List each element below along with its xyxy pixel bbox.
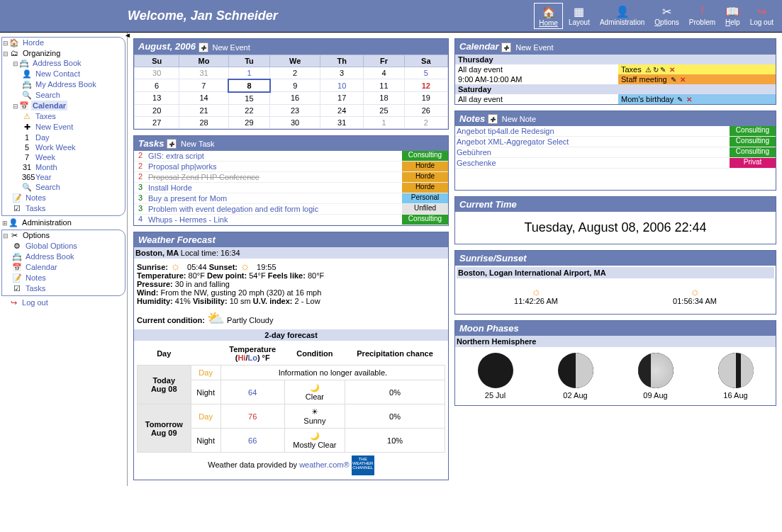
calendar-day[interactable]: 5 (404, 67, 447, 79)
nav-calendar[interactable]: Calendar (31, 101, 67, 111)
nav-opt-ab[interactable]: Address Book (24, 251, 75, 261)
task-link[interactable]: Whups - Hermes - Link (147, 215, 402, 225)
tree-toggle[interactable]: ⊞ (1, 220, 9, 227)
edit-icon[interactable]: ✎ (660, 66, 666, 74)
newnote-icon[interactable]: ✚ (488, 114, 498, 124)
event-title[interactable]: Mom's birthday✎ ✕ (618, 94, 776, 104)
menu-help[interactable]: 📖Help (721, 3, 744, 29)
nav-opt-notes[interactable]: Notes (24, 273, 48, 283)
nav-horde[interactable]: Horde (21, 38, 45, 47)
tree-toggle[interactable]: ⊟ (2, 40, 9, 47)
note-link[interactable]: Gebühren (455, 147, 730, 157)
event-title[interactable]: Taxes⚠↻✎ ✕ (618, 64, 776, 74)
calendar-day[interactable]: 29 (228, 116, 270, 128)
nav-newcontact[interactable]: New Contact (34, 69, 82, 79)
task-link[interactable]: GIS: extra script (147, 151, 402, 161)
calendar-day[interactable]: 21 (179, 104, 228, 116)
nav-globalopts[interactable]: Global Options (24, 241, 79, 251)
menu-admin[interactable]: 👤Administration (596, 3, 649, 29)
calendar-day[interactable]: 30 (135, 67, 179, 79)
nav-organizing[interactable]: Organizing (21, 48, 62, 58)
calendar-day[interactable]: 10 (320, 79, 364, 92)
calendar-day[interactable]: 9 (270, 79, 320, 92)
calendar-day[interactable]: 2 (270, 67, 320, 79)
calendar-day[interactable]: 31 (320, 116, 364, 128)
event-title[interactable]: Staff meeting✎ ✕ (618, 74, 776, 84)
calendar-day[interactable]: 6 (135, 79, 179, 92)
new-task-link[interactable]: New Task (181, 140, 214, 148)
tree-toggle[interactable]: ⊟ (2, 50, 9, 57)
nav-opt-cal[interactable]: Calendar (24, 262, 59, 272)
calendar-day[interactable]: 13 (135, 92, 179, 105)
task-link[interactable]: Install Horde (147, 183, 402, 193)
delete-icon[interactable]: ✕ (669, 66, 675, 74)
nav-month[interactable]: Month (34, 162, 59, 172)
note-link[interactable]: Angebot XML-Aggregator Select (455, 137, 730, 147)
nav-opt-tasks[interactable]: Tasks (24, 283, 47, 293)
task-link[interactable]: Problem with event delegation and edit f… (147, 204, 402, 214)
edit-icon[interactable]: ✎ (677, 96, 683, 103)
sidebar-collapse-icon[interactable]: ◄ (124, 31, 131, 39)
calendar-day[interactable]: 19 (404, 92, 447, 105)
calendar-day[interactable]: 8 (228, 79, 270, 92)
menu-layout[interactable]: ▦Layout (564, 3, 594, 29)
calendar-day[interactable]: 2 (404, 116, 447, 128)
calendar-day[interactable]: 17 (320, 92, 364, 105)
calendar-day[interactable]: 26 (404, 104, 447, 116)
calendar-day[interactable]: 1 (228, 67, 270, 79)
note-link[interactable]: Geschenke (455, 158, 730, 168)
weather-com-link[interactable]: weather.com® (299, 460, 349, 469)
alarm-icon[interactable]: ⚠ (645, 66, 652, 74)
menu-problem[interactable]: !Problem (685, 3, 720, 29)
nav-newevent[interactable]: New Event (34, 122, 74, 132)
task-link[interactable]: Proposal Zend PHP Conference (147, 172, 402, 182)
calendar-day[interactable]: 28 (179, 116, 228, 128)
calendar-day[interactable]: 7 (179, 79, 228, 92)
menu-home[interactable]: 🏠Home (534, 3, 563, 29)
nav-day[interactable]: Day (34, 132, 51, 142)
recur-icon[interactable]: ↻ (653, 66, 659, 74)
nav-admin[interactable]: Administration (21, 217, 73, 227)
calendar-day[interactable]: 23 (270, 104, 320, 116)
task-link[interactable]: Buy a present for Mom (147, 193, 402, 203)
new-event-link[interactable]: New Event (213, 43, 250, 52)
calendar-day[interactable]: 16 (270, 92, 320, 105)
delete-icon[interactable]: ✕ (686, 96, 692, 103)
nav-notes[interactable]: Notes (24, 193, 48, 203)
calendar-day[interactable]: 30 (270, 116, 320, 128)
nav-tasks[interactable]: Tasks (24, 203, 47, 213)
nav-search-cal[interactable]: Search (34, 182, 62, 192)
nav-year[interactable]: Year (34, 172, 52, 182)
note-link[interactable]: Angebot tip4all.de Redesign (455, 126, 730, 136)
nav-workweek[interactable]: Work Week (34, 142, 77, 152)
calendar-day[interactable]: 18 (364, 92, 404, 105)
calendar-day[interactable]: 31 (179, 67, 228, 79)
tree-toggle[interactable]: ⊟ (12, 60, 19, 67)
new-event-link-2[interactable]: New Event (515, 43, 553, 52)
nav-search-ab[interactable]: Search (34, 90, 62, 100)
calendar-day[interactable]: 15 (228, 92, 270, 105)
nav-week[interactable]: Week (34, 152, 57, 162)
tree-toggle[interactable]: ⊟ (12, 103, 19, 110)
calendar-day[interactable]: 22 (228, 104, 270, 116)
calendar-day[interactable]: 4 (364, 67, 404, 79)
nav-myab[interactable]: My Address Book (34, 79, 98, 89)
calendar-day[interactable]: 12 (404, 79, 447, 92)
menu-options[interactable]: ✂Options (650, 3, 683, 29)
delete-icon[interactable]: ✕ (680, 76, 686, 84)
tree-toggle[interactable]: ⊟ (2, 232, 9, 239)
calendar-day[interactable]: 14 (179, 92, 228, 105)
calendar-day[interactable]: 3 (320, 67, 364, 79)
calendar-day[interactable]: 20 (135, 104, 179, 116)
menu-logout[interactable]: ↪Log out (746, 3, 778, 29)
nav-taxes[interactable]: Taxes (34, 111, 57, 121)
newevent-icon[interactable]: ✚ (501, 43, 511, 52)
task-link[interactable]: Proposal php|works (147, 162, 402, 171)
nav-options[interactable]: Options (21, 230, 51, 240)
calendar-day[interactable]: 24 (320, 104, 364, 116)
calendar-day[interactable]: 11 (364, 79, 404, 92)
newtask-icon[interactable]: ✚ (167, 139, 177, 149)
newevent-icon[interactable]: ✚ (199, 43, 208, 52)
nav-logout[interactable]: Log out (21, 298, 50, 307)
new-note-link[interactable]: New Note (502, 115, 536, 123)
